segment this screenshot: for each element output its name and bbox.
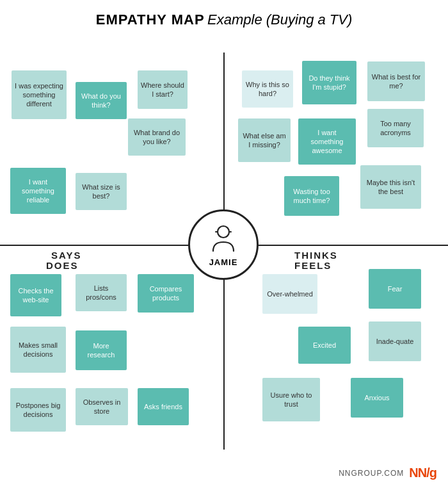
note-d8: Asks friends <box>138 388 189 425</box>
note-d7: Observes in store <box>76 388 128 425</box>
note-f3: Inade-quate <box>369 321 421 361</box>
note-d2: Lists pros/cons <box>76 274 127 311</box>
footer-site: NNGROUP.COM <box>339 469 404 478</box>
note-s4: What brand do you like? <box>128 118 186 156</box>
note-d6: Postpones big decisions <box>10 388 66 432</box>
note-f5: Usure who to trust <box>262 378 320 421</box>
title-area: EMPATHY MAP Example (Buying a TV) <box>0 0 448 35</box>
note-f1: Over-whelmed <box>262 274 317 314</box>
note-d1: Checks the web-site <box>10 274 61 316</box>
footer-logo: NN/g <box>409 466 436 480</box>
does-label: DOES <box>46 260 79 271</box>
note-t8: Maybe this isn't the best <box>360 165 421 209</box>
note-t4: Too many acronyms <box>367 109 424 147</box>
note-t2: Do they think I'm stupid? <box>302 61 356 104</box>
note-t6: I want something awesome <box>298 118 356 165</box>
note-s2: What do you think? <box>76 82 127 119</box>
note-s1: I was expecting something different <box>12 70 67 119</box>
note-s3: Where should I start? <box>138 70 188 109</box>
person-icon <box>207 223 240 256</box>
title-italic: Example (Buying a TV) <box>207 12 352 28</box>
person-name: JAMIE <box>209 257 238 267</box>
note-s5: I want something reliable <box>10 168 66 214</box>
note-f4: Excited <box>298 327 351 364</box>
note-t3: What is best for me? <box>367 61 425 101</box>
title-bold: EMPATHY MAP <box>96 12 205 28</box>
note-d4: Makes small decisions <box>10 327 66 373</box>
says-label: SAYS <box>51 250 81 261</box>
center-person: JAMIE <box>188 209 259 280</box>
note-f6: Anxious <box>351 378 403 418</box>
footer: NNGROUP.COM NN/g <box>339 466 436 480</box>
note-t1: Why is this so hard? <box>242 70 293 108</box>
note-t7: Wasting too much time? <box>284 176 339 216</box>
note-d3: Compares products <box>138 274 194 313</box>
note-s6: What size is best? <box>76 173 127 210</box>
note-d5: More research <box>76 330 127 370</box>
note-f2: Fear <box>369 269 421 309</box>
thinks-label: THINKS <box>294 250 338 261</box>
feels-label: FEELS <box>294 260 332 271</box>
svg-point-0 <box>218 226 229 238</box>
note-t5: What else am I missing? <box>238 118 291 162</box>
